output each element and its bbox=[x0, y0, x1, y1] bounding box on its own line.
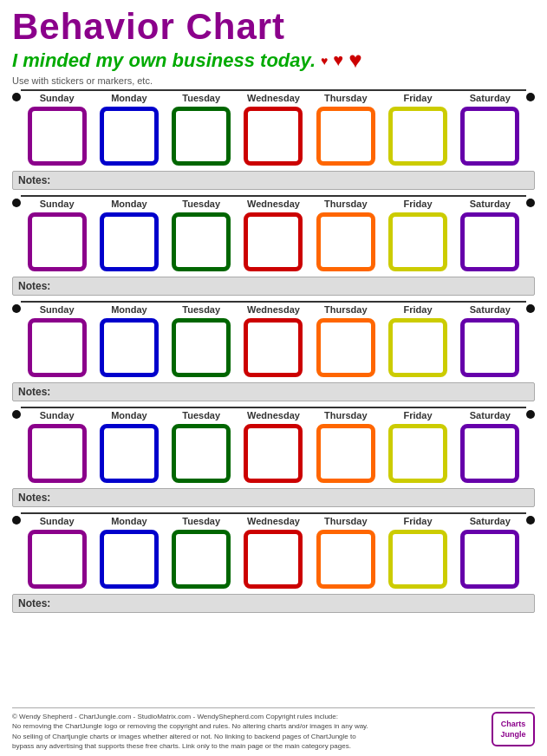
day-label-mon-3: Monday bbox=[111, 304, 147, 315]
logo-line1: Charts bbox=[500, 719, 525, 730]
box-mon-4 bbox=[100, 424, 159, 483]
box-fri-3 bbox=[388, 318, 447, 377]
week-3: Sunday Monday Tuesday Wednesday Thursday… bbox=[12, 301, 535, 403]
box-sun-4 bbox=[28, 424, 87, 483]
day-label-fri-4: Friday bbox=[404, 410, 433, 420]
box-fri-2 bbox=[388, 212, 447, 271]
day-label-fri-5: Friday bbox=[404, 516, 433, 526]
box-wed-1 bbox=[244, 107, 303, 166]
day-label-thu-1: Thursday bbox=[324, 93, 368, 103]
notes-3: Notes: bbox=[12, 382, 535, 401]
day-label-sat-2: Saturday bbox=[470, 199, 511, 209]
footer-line1: © Wendy Shepherd - ChartJungle.com - Stu… bbox=[12, 712, 486, 721]
box-sat-5 bbox=[460, 530, 519, 589]
subtitle: I minded my own business today. ♥ ♥ ♥ bbox=[12, 47, 535, 74]
box-thu-2 bbox=[316, 212, 375, 271]
day-label-tue-3: Tuesday bbox=[182, 304, 220, 315]
notes-4: Notes: bbox=[12, 488, 535, 507]
day-label-mon-2: Monday bbox=[111, 199, 147, 209]
box-sat-3 bbox=[460, 318, 519, 377]
day-label-thu-5: Thursday bbox=[324, 516, 368, 526]
box-sun-5 bbox=[28, 530, 87, 589]
box-wed-4 bbox=[244, 424, 303, 483]
footer: © Wendy Shepherd - ChartJungle.com - Stu… bbox=[12, 707, 535, 751]
dot-right-1 bbox=[526, 93, 535, 101]
day-col-sunday-1: Sunday bbox=[21, 91, 93, 105]
week-4: Sunday Monday Tuesday Wednesday Thursday… bbox=[12, 407, 535, 509]
day-label-sat-3: Saturday bbox=[470, 304, 511, 315]
box-tue-5 bbox=[172, 530, 231, 589]
box-sun-1 bbox=[28, 107, 87, 166]
box-fri-1 bbox=[388, 107, 447, 166]
box-mon-3 bbox=[100, 318, 159, 377]
heart-small: ♥ bbox=[321, 54, 328, 68]
day-label-sat-1: Saturday bbox=[470, 93, 511, 103]
heart-medium: ♥ bbox=[333, 50, 343, 70]
box-wed-2 bbox=[244, 212, 303, 271]
box-sat-1 bbox=[460, 107, 519, 166]
dot-left-2 bbox=[12, 199, 21, 207]
footer-line4: bypass any advertising that supports the… bbox=[12, 741, 486, 751]
day-label-fri-3: Friday bbox=[404, 304, 433, 315]
box-fri-5 bbox=[388, 530, 447, 589]
day-label-mon-1: Monday bbox=[111, 93, 147, 103]
day-label-thu-2: Thursday bbox=[324, 199, 368, 209]
footer-line3: No selling of Chartjungle charts or imag… bbox=[12, 732, 486, 741]
day-label-wed-1: Wednesday bbox=[247, 93, 300, 103]
day-col-friday-1: Friday bbox=[381, 91, 453, 105]
week-3-days-row: Sunday Monday Tuesday Wednesday Thursday… bbox=[21, 301, 526, 316]
week-5-header-line: Sunday Monday Tuesday Wednesday Thursday… bbox=[12, 512, 535, 528]
week-3-boxes bbox=[12, 316, 535, 379]
box-sun-2 bbox=[28, 212, 87, 271]
day-label-sun-2: Sunday bbox=[40, 199, 75, 209]
day-col-tuesday-1: Tuesday bbox=[166, 91, 238, 105]
week-5-days-row: Sunday Monday Tuesday Wednesday Thursday… bbox=[21, 512, 526, 528]
week-3-header-line: Sunday Monday Tuesday Wednesday Thursday… bbox=[12, 301, 535, 316]
day-label-sat-4: Saturday bbox=[470, 410, 511, 420]
dot-left-3 bbox=[12, 304, 21, 313]
dot-left-4 bbox=[12, 410, 21, 419]
notes-2: Notes: bbox=[12, 277, 535, 296]
day-label-wed-2: Wednesday bbox=[247, 199, 300, 209]
box-tue-1 bbox=[172, 107, 231, 166]
box-sun-3 bbox=[28, 318, 87, 377]
day-label-mon-5: Monday bbox=[111, 516, 147, 526]
week-1-days-row: Sunday Monday Tuesday Wednesday Thursday… bbox=[21, 89, 526, 105]
week-4-boxes bbox=[12, 422, 535, 485]
day-label-wed-3: Wednesday bbox=[247, 304, 300, 315]
footer-text: © Wendy Shepherd - ChartJungle.com - Stu… bbox=[12, 712, 486, 751]
day-label-mon-4: Monday bbox=[111, 410, 147, 420]
day-label-tue-2: Tuesday bbox=[182, 199, 220, 209]
day-col-monday-1: Monday bbox=[93, 91, 165, 105]
box-sat-2 bbox=[460, 212, 519, 271]
day-label-fri-1: Friday bbox=[404, 93, 433, 103]
day-label-wed-5: Wednesday bbox=[247, 516, 300, 526]
week-2: Sunday Monday Tuesday Wednesday Thursday… bbox=[12, 195, 535, 297]
page: Behavior Chart I minded my own business … bbox=[0, 0, 547, 756]
footer-line2: No removing the ChartJungle logo or remo… bbox=[12, 721, 486, 731]
day-label-wed-4: Wednesday bbox=[247, 410, 300, 420]
chartjungle-logo: Charts Jungle bbox=[492, 712, 535, 746]
subtitle-text: I minded my own business today. bbox=[12, 49, 316, 72]
box-mon-5 bbox=[100, 530, 159, 589]
logo-line2: Jungle bbox=[500, 729, 525, 740]
box-mon-1 bbox=[100, 107, 159, 166]
notes-1: Notes: bbox=[12, 171, 535, 190]
box-sat-4 bbox=[460, 424, 519, 483]
day-col-wednesday-1: Wednesday bbox=[238, 91, 309, 105]
dot-left-1 bbox=[12, 93, 21, 101]
instruction: Use with stickers or markers, etc. bbox=[12, 75, 535, 86]
box-thu-3 bbox=[316, 318, 375, 377]
week-2-boxes bbox=[12, 211, 535, 273]
box-wed-3 bbox=[244, 318, 303, 377]
week-2-header-line: Sunday Monday Tuesday Wednesday Thursday… bbox=[12, 195, 535, 211]
dot-left-5 bbox=[12, 516, 21, 525]
week-4-header-line: Sunday Monday Tuesday Wednesday Thursday… bbox=[12, 407, 535, 422]
box-thu-4 bbox=[316, 424, 375, 483]
title: Behavior Chart bbox=[12, 9, 535, 45]
week-5-boxes bbox=[12, 528, 535, 590]
dot-right-2 bbox=[526, 199, 535, 207]
box-fri-4 bbox=[388, 424, 447, 483]
day-label-sat-5: Saturday bbox=[470, 516, 511, 526]
heart-large: ♥ bbox=[348, 47, 361, 74]
